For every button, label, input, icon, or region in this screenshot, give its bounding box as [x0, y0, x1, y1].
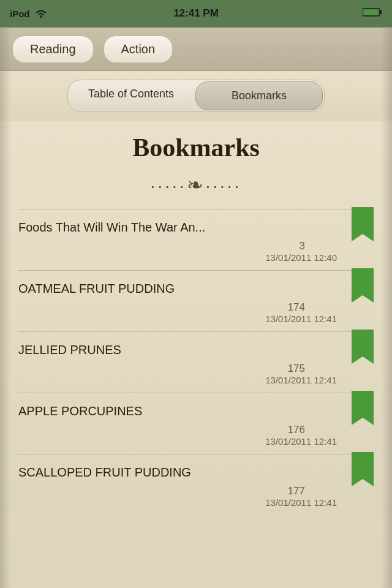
svg-marker-7: [352, 452, 374, 486]
content-area: Bookmarks ·····❧····· Foods That Will Wi…: [0, 121, 392, 515]
status-time: 12:41 PM: [173, 7, 219, 20]
bookmark-date: 13/01/2011 12:41: [18, 436, 337, 451]
status-left: iPod: [10, 8, 47, 20]
bookmark-item[interactable]: APPLE PORCUPINES 176 13/01/2011 12:41: [18, 393, 374, 454]
bookmark-info: Foods That Will Win The War An... 3 13/0…: [18, 219, 374, 268]
bookmark-info: OATMEAL FRUIT PUDDING 174 13/01/2011 12:…: [18, 281, 374, 329]
bookmark-info: JELLIED PRUNES 175 13/01/2011 12:41: [18, 342, 374, 390]
svg-marker-4: [352, 268, 374, 303]
bookmark-title: SCALLOPED FRUIT PUDDING: [18, 464, 337, 480]
page-shadow-left: [0, 28, 11, 588]
bookmark-title: JELLIED PRUNES: [18, 342, 337, 358]
device-name: iPod: [10, 9, 30, 19]
bookmark-title: APPLE PORCUPINES: [18, 403, 337, 419]
bookmark-date: 13/01/2011 12:41: [18, 375, 337, 390]
svg-marker-5: [352, 330, 374, 364]
svg-marker-6: [352, 391, 374, 425]
battery-icon: [363, 7, 382, 20]
tab-container: Table of Contents Bookmarks: [67, 80, 325, 112]
bookmark-page: 174: [18, 301, 337, 314]
action-button[interactable]: Action: [104, 36, 173, 63]
reading-button[interactable]: Reading: [12, 36, 94, 63]
bookmark-ribbon-icon: [352, 452, 374, 485]
bookmark-date: 13/01/2011 12:40: [18, 252, 337, 268]
bookmark-info: APPLE PORCUPINES 176 13/01/2011 12:41: [18, 403, 374, 451]
bookmark-title: Foods That Will Win The War An...: [18, 219, 337, 235]
bookmark-title: OATMEAL FRUIT PUDDING: [18, 281, 337, 296]
app-container: Reading Action Table of Contents Bookmar…: [0, 27, 392, 588]
bookmark-page: 3: [18, 240, 337, 252]
bookmark-item[interactable]: SCALLOPED FRUIT PUDDING 177 13/01/2011 1…: [18, 454, 374, 515]
bookmark-ribbon-icon: [352, 207, 374, 240]
bookmark-ribbon-icon: [352, 268, 374, 301]
toolbar: Reading Action: [0, 28, 392, 71]
bookmark-info: SCALLOPED FRUIT PUDDING 177 13/01/2011 1…: [18, 464, 374, 513]
bookmark-ribbon-icon: [352, 391, 374, 424]
tab-toc[interactable]: Table of Contents: [68, 80, 194, 111]
svg-marker-3: [352, 207, 374, 241]
page-shadow-right: [381, 28, 392, 588]
tab-bookmarks[interactable]: Bookmarks: [195, 81, 323, 110]
bookmark-page: 176: [18, 424, 337, 436]
status-bar: iPod 12:41 PM: [0, 0, 392, 27]
ornament: ·····❧·····: [18, 168, 374, 209]
svg-rect-1: [380, 10, 382, 14]
bookmark-page: 175: [18, 363, 337, 375]
bookmark-date: 13/01/2011 12:41: [18, 314, 337, 329]
wifi-icon: [35, 8, 47, 20]
bookmark-date: 13/01/2011 12:41: [18, 497, 337, 513]
status-right: [363, 7, 382, 20]
svg-rect-2: [364, 10, 377, 15]
tab-bar: Table of Contents Bookmarks: [0, 71, 392, 121]
bookmark-ribbon-icon: [352, 330, 374, 363]
bookmark-item[interactable]: OATMEAL FRUIT PUDDING 174 13/01/2011 12:…: [18, 270, 374, 331]
bookmark-page: 177: [18, 485, 337, 497]
bookmark-item[interactable]: JELLIED PRUNES 175 13/01/2011 12:41: [18, 331, 374, 393]
bookmark-list: Foods That Will Win The War An... 3 13/0…: [18, 209, 374, 515]
bookmark-item[interactable]: Foods That Will Win The War An... 3 13/0…: [18, 209, 374, 270]
page-title: Bookmarks: [18, 121, 374, 168]
